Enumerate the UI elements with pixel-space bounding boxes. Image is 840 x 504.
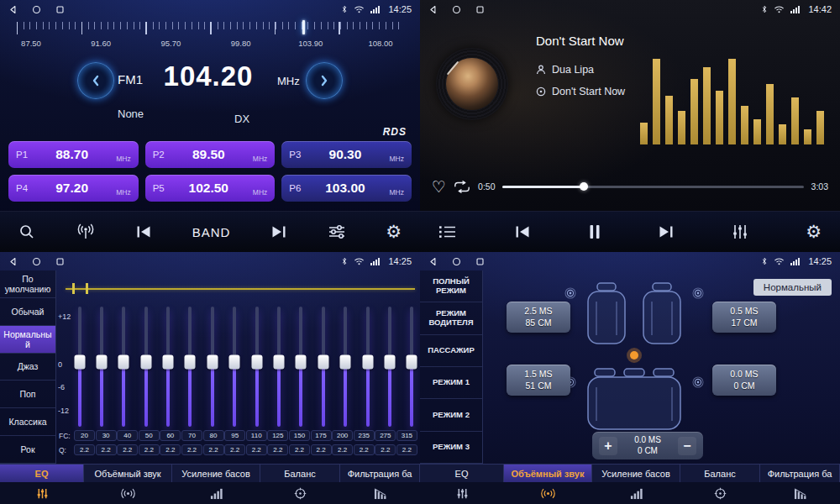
eq-level-handle[interactable] xyxy=(72,283,88,294)
preset-button-p4[interactable]: P497.20MHz xyxy=(8,175,139,202)
mode-driver[interactable]: РЕЖИМ ВОДИТЕЛЯ xyxy=(420,302,482,334)
nav-home-icon[interactable] xyxy=(452,5,461,14)
eq-band-slider[interactable] xyxy=(96,307,107,427)
increase-delay-button[interactable]: + xyxy=(599,437,617,455)
eq-slider-knob[interactable] xyxy=(251,354,262,369)
filter-icon[interactable] xyxy=(760,482,840,504)
tab-bass-boost[interactable]: Усиление басов xyxy=(592,464,680,482)
eq-slider-knob[interactable] xyxy=(407,354,417,369)
tab-balance[interactable]: Баланс xyxy=(680,464,760,482)
frequency-ruler[interactable]: 87.50 91.60 95.70 99.80 103.90 108.00 xyxy=(0,20,420,50)
filter-icon[interactable] xyxy=(340,482,420,504)
nav-recents-icon[interactable] xyxy=(475,257,485,266)
eq-band-slider[interactable] xyxy=(118,307,129,427)
eq-preset-custom[interactable]: Обычай xyxy=(0,298,55,326)
eq-band-slider[interactable] xyxy=(340,307,351,427)
eq-band-slider[interactable] xyxy=(185,307,196,427)
eq-slider-knob[interactable] xyxy=(362,354,373,369)
eq-band-slider[interactable] xyxy=(362,307,373,427)
settings-gear-icon[interactable]: ⚙ xyxy=(806,223,822,241)
eq-band-slider[interactable] xyxy=(318,307,328,427)
preset-button-p5[interactable]: P5102.50MHz xyxy=(145,175,276,202)
progress-bar[interactable] xyxy=(502,186,803,188)
mode-passenger[interactable]: ПАССАЖИР xyxy=(420,335,482,367)
tab-eq[interactable]: EQ xyxy=(0,464,84,482)
eq-slider-knob[interactable] xyxy=(96,354,107,369)
tab-surround[interactable]: Объёмный звук xyxy=(84,464,172,482)
previous-icon[interactable] xyxy=(135,225,152,239)
eq-slider-knob[interactable] xyxy=(384,354,395,369)
preset-button-p3[interactable]: P390.30MHz xyxy=(281,141,412,168)
equalizer-icon[interactable] xyxy=(420,482,504,504)
eq-slider-knob[interactable] xyxy=(118,354,129,369)
nav-recents-icon[interactable] xyxy=(55,257,65,266)
eq-band-slider[interactable] xyxy=(74,307,85,427)
preset-button-p1[interactable]: P188.70MHz xyxy=(8,141,139,168)
eq-band-slider[interactable] xyxy=(251,307,262,427)
tune-up-button[interactable] xyxy=(306,62,343,99)
previous-track-icon[interactable] xyxy=(514,225,531,239)
eq-band-slider[interactable] xyxy=(296,307,307,427)
eq-slider-knob[interactable] xyxy=(318,354,328,369)
decrease-delay-button[interactable]: − xyxy=(678,437,696,455)
surround-sound-icon[interactable] xyxy=(84,482,172,504)
delay-rear-left[interactable]: 1.5 MS 51 CM xyxy=(507,365,570,396)
eq-slider-knob[interactable] xyxy=(207,354,218,369)
eq-band-slider[interactable] xyxy=(140,307,151,427)
repeat-icon[interactable] xyxy=(454,181,470,193)
mode-full[interactable]: ПОЛНЫЙ РЕЖИМ xyxy=(420,270,482,302)
eq-preset-pop[interactable]: Поп xyxy=(0,381,55,408)
balance-icon[interactable] xyxy=(680,482,760,504)
eq-slider-knob[interactable] xyxy=(340,354,351,369)
playlist-icon[interactable] xyxy=(438,225,457,239)
eq-band-slider[interactable] xyxy=(207,307,218,427)
next-track-icon[interactable] xyxy=(658,225,675,239)
eq-slider-knob[interactable] xyxy=(163,354,174,369)
surround-sound-icon[interactable] xyxy=(504,482,592,504)
delay-rear-right[interactable]: 0.0 MS 0 CM xyxy=(712,365,776,396)
eq-slider-knob[interactable] xyxy=(140,354,151,369)
eq-band-slider[interactable] xyxy=(407,307,417,427)
bass-boost-icon[interactable] xyxy=(172,482,260,504)
tab-filter[interactable]: Фильтрация ба xyxy=(340,464,420,482)
eq-preset-jazz[interactable]: Джаз xyxy=(0,354,55,381)
audio-settings-icon[interactable] xyxy=(328,224,346,239)
nav-back-icon[interactable] xyxy=(428,5,438,14)
delay-front-right[interactable]: 0.5 MS 17 CM xyxy=(712,302,776,333)
next-icon[interactable] xyxy=(270,225,287,239)
nav-home-icon[interactable] xyxy=(32,257,41,266)
preset-button-p6[interactable]: P6103.00MHz xyxy=(281,175,412,202)
mode-2[interactable]: РЕЖИМ 2 xyxy=(420,399,482,431)
nav-home-icon[interactable] xyxy=(452,257,461,266)
pause-icon[interactable] xyxy=(588,224,601,239)
tab-eq[interactable]: EQ xyxy=(420,464,504,482)
nav-back-icon[interactable] xyxy=(428,257,438,266)
eq-band-slider[interactable] xyxy=(274,307,285,427)
eq-band-slider[interactable] xyxy=(384,307,395,427)
nav-home-icon[interactable] xyxy=(32,5,41,14)
equalizer-icon[interactable] xyxy=(0,482,84,504)
nav-recents-icon[interactable] xyxy=(55,5,65,14)
preset-button-p2[interactable]: P289.50MHz xyxy=(145,141,276,168)
eq-band-slider[interactable] xyxy=(163,307,174,427)
nav-back-icon[interactable] xyxy=(8,5,18,14)
tune-down-button[interactable] xyxy=(77,62,114,99)
tab-surround[interactable]: Объёмный звук xyxy=(504,464,592,482)
eq-band-slider[interactable] xyxy=(229,307,240,427)
nav-back-icon[interactable] xyxy=(8,257,18,266)
progress-knob[interactable] xyxy=(580,182,588,191)
broadcast-antenna-icon[interactable] xyxy=(76,223,96,240)
eq-preset-default[interactable]: По умолчанию xyxy=(0,270,55,298)
settings-gear-icon[interactable]: ⚙ xyxy=(386,223,402,241)
band-button[interactable]: BAND xyxy=(192,225,231,239)
eq-preset-normal[interactable]: Нормальный xyxy=(0,326,55,354)
eq-slider-knob[interactable] xyxy=(274,354,285,369)
favorite-icon[interactable]: ♡ xyxy=(432,179,446,195)
eq-slider-knob[interactable] xyxy=(229,354,240,369)
eq-slider-knob[interactable] xyxy=(296,354,307,369)
profile-normal-button[interactable]: Нормальный xyxy=(753,279,832,296)
delay-front-left[interactable]: 2.5 MS 85 CM xyxy=(507,302,570,333)
tab-bass-boost[interactable]: Усиление басов xyxy=(172,464,260,482)
mode-3[interactable]: РЕЖИМ 3 xyxy=(420,432,482,464)
eq-slider-knob[interactable] xyxy=(185,354,196,369)
